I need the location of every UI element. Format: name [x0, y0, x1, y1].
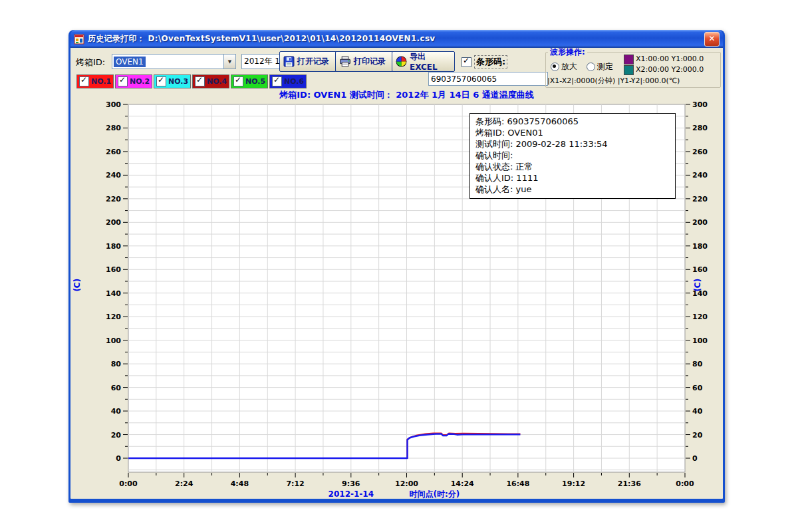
- svg-text:120: 120: [692, 313, 708, 321]
- checkbox-icon[interactable]: [156, 76, 166, 86]
- svg-text:300: 300: [692, 101, 708, 109]
- waveform-panel: 波形操作: 放大 测定 X1:00:00 Y1:000.0 X2:00:00 Y…: [545, 48, 722, 89]
- svg-text:0:00: 0:00: [676, 479, 694, 488]
- svg-text:160: 160: [106, 265, 121, 274]
- channel-checkbox-chip[interactable]: NO.1: [76, 74, 114, 88]
- svg-text:280: 280: [692, 124, 708, 132]
- svg-text:140: 140: [106, 289, 121, 298]
- svg-text:240: 240: [106, 171, 121, 180]
- marker1-color-swatch: [624, 55, 634, 65]
- checkbox-icon[interactable]: [195, 76, 205, 86]
- print-record-label: 打印记录: [354, 56, 386, 67]
- checkbox-icon[interactable]: [462, 57, 471, 67]
- channel-checkbox-chip[interactable]: NO.4: [192, 74, 229, 88]
- svg-text:14:24: 14:24: [451, 479, 474, 488]
- svg-text:300: 300: [106, 101, 121, 109]
- measure-radio-label: 测定: [597, 61, 613, 72]
- measure-radio[interactable]: 测定: [587, 61, 613, 72]
- channel-label: NO.2: [130, 77, 150, 86]
- svg-text:120: 120: [106, 313, 121, 321]
- delta-readout: |X1-X2|:0000(分钟) |Y1-Y2|:000.0(℃): [547, 76, 680, 86]
- channel-label: NO.1: [91, 77, 111, 86]
- svg-text:12:00: 12:00: [395, 479, 418, 488]
- zoom-radio[interactable]: 放大: [551, 61, 577, 72]
- floppy-disk-icon: [283, 56, 295, 67]
- info-test-time: 测试时间: 2009-02-28 11:33:54: [475, 138, 670, 150]
- printer-icon: [339, 56, 351, 67]
- svg-text:2012-1-14: 2012-1-14: [329, 489, 374, 499]
- barcode-input[interactable]: [428, 72, 548, 86]
- radio-icon[interactable]: [587, 63, 595, 71]
- svg-text:0:00: 0:00: [119, 479, 138, 488]
- svg-text:260: 260: [692, 148, 708, 156]
- channel-label: NO.6: [284, 77, 304, 86]
- svg-text:4:48: 4:48: [231, 479, 249, 488]
- svg-text:7:12: 7:12: [286, 479, 304, 488]
- svg-text:280: 280: [106, 124, 121, 132]
- info-confirm-status: 确认状态: 正常: [475, 161, 670, 172]
- print-record-button[interactable]: 打印记录: [335, 51, 396, 72]
- info-confirmer-name: 确认人名: yue: [475, 184, 670, 195]
- svg-text:180: 180: [692, 242, 708, 251]
- svg-text:20: 20: [692, 431, 703, 440]
- open-record-button[interactable]: 打开记录: [279, 51, 340, 72]
- open-record-label: 打开记录: [297, 56, 329, 67]
- oven-id-value: OVEN1: [114, 57, 146, 67]
- export-excel-button[interactable]: 导出EXCEL: [392, 51, 455, 72]
- barcode-checkbox-label: 条形码:: [474, 55, 507, 68]
- channel-label: NO.4: [207, 77, 227, 86]
- chart-title: 烤箱ID: OVEN1 测试时间： 2012年 1月 14日 6 通道温度曲线: [128, 89, 685, 101]
- svg-text:100: 100: [692, 336, 708, 345]
- svg-text:60: 60: [111, 384, 122, 392]
- svg-text:2:24: 2:24: [175, 479, 194, 488]
- svg-text:20: 20: [111, 431, 122, 440]
- channel-checkbox-chip[interactable]: NO.6: [269, 74, 307, 88]
- svg-text:240: 240: [692, 171, 708, 180]
- channel-label: NO.5: [245, 77, 265, 86]
- svg-text:(C): (C): [72, 279, 82, 292]
- info-confirm-time: 确认时间:: [475, 150, 670, 161]
- oven-id-label: 烤箱ID:: [76, 57, 105, 68]
- svg-text:16:48: 16:48: [506, 479, 529, 488]
- svg-text:80: 80: [111, 360, 122, 368]
- svg-text:0: 0: [692, 454, 698, 463]
- info-confirmer-id: 确认人ID: 1111: [475, 172, 670, 184]
- marker1-readout: X1:00:00 Y1:000.0: [636, 55, 704, 63]
- channel-checkbox-chip[interactable]: NO.2: [115, 74, 152, 88]
- svg-text:200: 200: [106, 218, 121, 227]
- barcode-checkbox[interactable]: 条形码:: [462, 55, 507, 68]
- svg-text:220: 220: [692, 195, 708, 203]
- svg-text:260: 260: [106, 148, 121, 156]
- svg-text:40: 40: [111, 407, 122, 416]
- svg-text:19:12: 19:12: [562, 479, 585, 488]
- svg-text:80: 80: [692, 360, 703, 368]
- marker2-color-swatch: [624, 65, 634, 75]
- svg-text:180: 180: [106, 242, 121, 251]
- zoom-radio-label: 放大: [561, 61, 577, 72]
- checkbox-icon[interactable]: [118, 76, 128, 86]
- checkbox-icon[interactable]: [79, 76, 89, 86]
- svg-text:40: 40: [692, 407, 703, 416]
- app-window: 历史记录打印： D:\OvenTextSystemV11\user\2012\0…: [68, 30, 725, 503]
- pie-chart-icon: [396, 56, 407, 67]
- chevron-down-icon[interactable]: ▼: [223, 55, 235, 68]
- client-area: 烤箱ID: OVEN1 ▼ 2012年 1 月14日 ▼ 打开记录: [70, 48, 723, 499]
- channel-label: NO.3: [168, 77, 188, 86]
- svg-text:100: 100: [106, 336, 121, 345]
- svg-text:160: 160: [692, 265, 708, 274]
- titlebar: 历史记录打印： D:\OvenTextSystemV11\user\2012\0…: [70, 30, 723, 48]
- channel-checkbox-chip[interactable]: NO.5: [231, 74, 268, 88]
- app-icon: [74, 34, 84, 45]
- svg-text:9:36: 9:36: [342, 479, 360, 488]
- oven-id-combobox[interactable]: OVEN1 ▼: [112, 54, 236, 69]
- checkbox-icon[interactable]: [233, 76, 243, 86]
- radio-icon[interactable]: [551, 63, 559, 71]
- close-button[interactable]: ✕: [704, 32, 720, 47]
- record-info-box: 条形码: 6903757060065 烤箱ID: OVEN01 测试时间: 20…: [469, 113, 676, 199]
- checkbox-icon[interactable]: [272, 76, 282, 86]
- svg-text:21:36: 21:36: [618, 479, 641, 488]
- marker2-readout: X2:00:00 Y2:000.0: [636, 65, 704, 74]
- channel-checkbox-chip[interactable]: NO.3: [154, 74, 191, 88]
- info-barcode: 条形码: 6903757060065: [475, 116, 670, 127]
- svg-text:220: 220: [106, 195, 121, 203]
